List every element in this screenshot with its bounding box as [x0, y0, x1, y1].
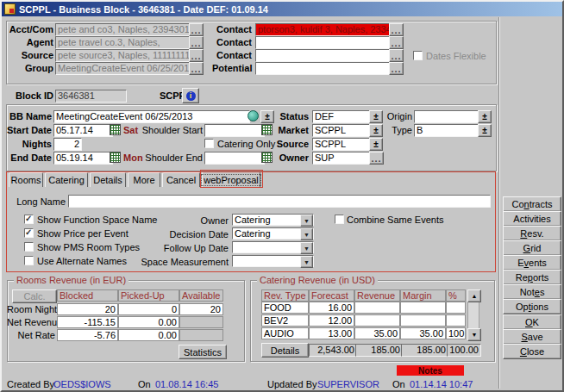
shoulder-start-field[interactable]: [204, 124, 265, 137]
tab-webproposal[interactable]: webProposal: [202, 171, 260, 188]
close-button[interactable]: Close: [503, 344, 561, 359]
show-pms-room-types-checkbox[interactable]: [24, 242, 34, 252]
title-bar[interactable]: SCPPL - Business Block - 3646381 - Date …: [2, 2, 562, 16]
origin-field[interactable]: [414, 110, 481, 123]
language-globe-icon[interactable]: [248, 110, 259, 121]
rooms-cell: -115.15: [57, 316, 118, 328]
status-label: Status: [273, 111, 309, 122]
potential-field[interactable]: [255, 62, 392, 75]
events-button[interactable]: Events: [503, 255, 561, 271]
shoulder-start-calendar-icon[interactable]: [261, 124, 273, 135]
owner-field[interactable]: SUP: [312, 152, 373, 165]
nights-field[interactable]: 2: [53, 138, 82, 151]
rooms-cell: [179, 329, 223, 341]
acct-com-ellipsis-button[interactable]: ...: [189, 23, 204, 36]
catering-col-margin: Margin: [400, 289, 446, 302]
combine-same-events-checkbox[interactable]: [335, 215, 344, 224]
activities-button[interactable]: Activities: [503, 211, 561, 227]
contact3-ellipsis-button[interactable]: ...: [389, 49, 404, 62]
side-panel-divider: [498, 17, 500, 389]
dropdown-arrow-icon[interactable]: ▼: [300, 242, 313, 254]
wp-owner-select[interactable]: Catering ▼: [232, 214, 314, 226]
property-info-button[interactable]: i: [182, 88, 199, 103]
contact2-field[interactable]: [255, 36, 392, 49]
source-ellipsis-button[interactable]: ...: [189, 49, 204, 62]
created-on-value: 01.08.14 16:45: [155, 380, 218, 389]
notes-button[interactable]: Notes: [503, 284, 561, 300]
contact1-ellipsis-button[interactable]: ...: [389, 23, 404, 36]
end-date-field[interactable]: 05.19.14: [53, 152, 113, 165]
scroll-up-icon[interactable]: ▲: [467, 289, 481, 302]
shoulder-end-calendar-icon[interactable]: [261, 152, 273, 163]
source-field[interactable]: pete source3, Naples, 1111111111: [55, 49, 192, 62]
contact1-field[interactable]: ptorson3, kuldif 3, Naples, 2334448555: [255, 23, 392, 36]
dropdown-arrow-icon[interactable]: ▼: [300, 215, 313, 227]
end-date-calendar-icon[interactable]: [110, 152, 121, 163]
options-button[interactable]: Options: [503, 299, 561, 314]
bb-source-lov-button[interactable]: ±: [369, 138, 383, 151]
start-date-calendar-icon[interactable]: [110, 124, 121, 135]
type-field[interactable]: B: [414, 124, 481, 137]
details-button[interactable]: Details: [261, 343, 309, 358]
catering-only-checkbox[interactable]: [204, 139, 214, 148]
combine-same-events-label: Combine Same Events: [347, 215, 444, 226]
statistics-button[interactable]: Statistics: [179, 345, 227, 359]
calc-button[interactable]: Calc.: [12, 289, 57, 303]
contact2-ellipsis-button[interactable]: ...: [389, 36, 404, 49]
contracts-button[interactable]: Contracts: [503, 196, 561, 212]
group-ellipsis-button[interactable]: ...: [189, 62, 204, 75]
tab-details[interactable]: Details: [90, 172, 126, 187]
acct-com-field[interactable]: pete and co3, Naples, 2394301212: [55, 23, 192, 36]
rooms-cell: [179, 316, 223, 328]
agent-field[interactable]: pete travel co.3, Naples,: [55, 36, 192, 49]
agent-ellipsis-button[interactable]: ...: [189, 36, 204, 49]
use-alternate-names-checkbox[interactable]: [24, 256, 34, 265]
rooms-col-blocked: Blocked: [57, 289, 118, 302]
save-button[interactable]: Save: [503, 329, 561, 345]
follow-up-date-select[interactable]: ▼: [232, 241, 314, 253]
bb-name-field[interactable]: MeetingCreateEvent 06/25/2013: [53, 110, 250, 123]
catering-col-revtype: Rev. Type: [261, 289, 309, 302]
window-title: SCPPL - Business Block - 3646381 - Date …: [19, 4, 268, 15]
decision-date-select[interactable]: Catering ▼: [232, 227, 314, 240]
space-measurement-label: Space Measurement: [121, 257, 229, 268]
contact3-field[interactable]: [255, 49, 392, 62]
grid-button[interactable]: Grid: [503, 240, 561, 256]
start-date-field[interactable]: 05.17.14: [53, 124, 113, 137]
block-id-label: Block ID: [9, 90, 53, 102]
owner-ellipsis-button[interactable]: ...: [369, 152, 384, 165]
type-lov-button[interactable]: ±: [478, 124, 492, 137]
tab-catering[interactable]: Catering: [45, 172, 88, 187]
bb-source-field[interactable]: SCPPL: [312, 138, 373, 151]
dropdown-arrow-icon[interactable]: ▼: [300, 228, 313, 240]
market-field[interactable]: SCPPL: [312, 124, 373, 137]
business-block-window: SCPPL - Business Block - 3646381 - Date …: [0, 0, 564, 392]
dates-flexible-label: Dates Flexible: [426, 51, 486, 62]
show-function-space-name-checkbox[interactable]: [24, 215, 34, 224]
group-label: Group: [9, 63, 53, 74]
app-icon: [4, 3, 16, 15]
shoulder-end-field[interactable]: [204, 152, 265, 165]
dates-flexible-checkbox[interactable]: [413, 51, 423, 60]
space-measurement-select[interactable]: ▼: [232, 255, 314, 267]
resv-button[interactable]: Resv.: [503, 226, 561, 241]
catering-cell: 100: [446, 327, 466, 339]
scroll-down-icon[interactable]: ▼: [467, 328, 481, 341]
origin-lov-button[interactable]: ±: [478, 110, 492, 123]
ok-button[interactable]: OK: [503, 314, 561, 330]
catering-cell: AUDIO: [261, 327, 309, 339]
reports-button[interactable]: Reports: [503, 270, 561, 285]
tab-rooms[interactable]: Rooms: [9, 172, 43, 187]
rooms-cell: 0.00: [118, 316, 179, 328]
long-name-field[interactable]: [68, 195, 491, 208]
status-field[interactable]: DEF: [312, 110, 373, 123]
dropdown-arrow-icon[interactable]: ▼: [300, 256, 313, 268]
group-field[interactable]: MeetingCreateEvent 06/25/2013: [55, 62, 192, 75]
show-price-per-event-checkbox[interactable]: [24, 228, 34, 238]
catering-cell: 13.00: [309, 327, 354, 339]
created-by-value: OEDS$IOWS: [53, 380, 111, 389]
potential-ellipsis-button[interactable]: ...: [389, 62, 404, 75]
catering-cell: 35.00: [400, 327, 446, 339]
tab-more[interactable]: More: [128, 172, 160, 187]
tab-cancel[interactable]: Cancel: [162, 172, 200, 187]
